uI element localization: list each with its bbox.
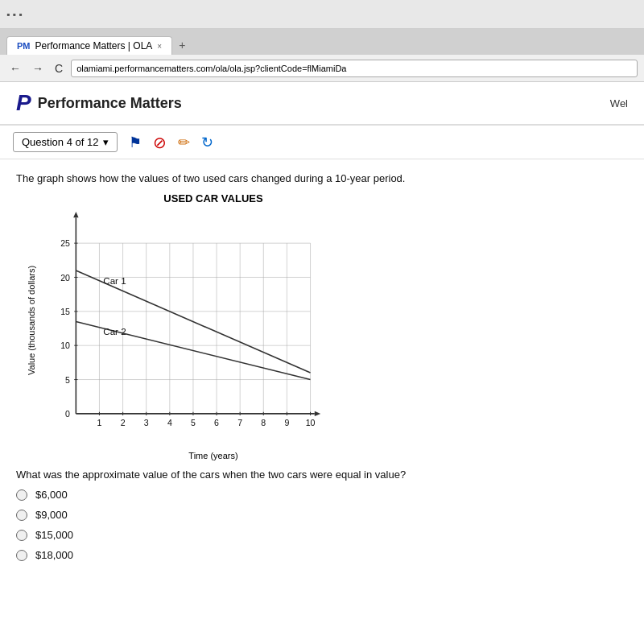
option-a-label: $6,000: [35, 489, 68, 501]
svg-text:8: 8: [261, 418, 266, 427]
svg-text:Car 1: Car 1: [103, 275, 126, 286]
tab-close-button[interactable]: ×: [157, 42, 162, 51]
svg-text:1: 1: [97, 418, 102, 427]
svg-text:2: 2: [121, 418, 126, 427]
tab-favicon: PM: [17, 41, 31, 51]
tab-bar: PM Performance Matters | OLA × +: [0, 29, 644, 55]
no-icon[interactable]: ⊘: [153, 133, 167, 152]
svg-text:7: 7: [237, 418, 242, 427]
svg-text:10: 10: [306, 418, 316, 427]
svg-marker-2: [315, 411, 320, 416]
logo-icon: P: [16, 90, 31, 116]
svg-text:6: 6: [214, 418, 219, 427]
svg-text:20: 20: [60, 273, 70, 283]
flag-icon[interactable]: ⚑: [129, 134, 142, 151]
welcome-text: Wel: [610, 97, 628, 109]
option-b[interactable]: $9,000: [16, 509, 628, 521]
chart-title: USED CAR VALUES: [64, 192, 362, 204]
svg-text:10: 10: [60, 341, 70, 350]
question-selector[interactable]: Question 4 of 12 ▾: [13, 132, 118, 152]
svg-text:25: 25: [60, 238, 70, 248]
option-a[interactable]: $6,000: [16, 489, 628, 501]
refresh-icon[interactable]: ↻: [201, 134, 213, 151]
logo-text: Performance Matters: [38, 95, 182, 112]
radio-a[interactable]: [16, 489, 27, 501]
svg-text:5: 5: [191, 418, 196, 427]
address-bar[interactable]: [71, 60, 638, 77]
dropdown-arrow: ▾: [103, 136, 109, 148]
pencil-icon[interactable]: ✏: [178, 134, 190, 151]
radio-d[interactable]: [16, 550, 27, 561]
option-b-label: $9,000: [35, 509, 68, 521]
main-content: The graph shows how the values of two us…: [0, 159, 644, 582]
svg-text:15: 15: [60, 307, 70, 316]
radio-b[interactable]: [16, 510, 27, 521]
option-c[interactable]: $15,000: [16, 529, 628, 541]
question-label: Question 4 of 12: [22, 136, 98, 148]
svg-text:5: 5: [65, 375, 70, 385]
chart-svg: 25 20 15 10 5 0 1 2 3 4: [42, 208, 332, 449]
reload-button[interactable]: C: [52, 60, 66, 76]
chart-container: USED CAR VALUES Value (thousands of doll…: [24, 192, 362, 460]
answer-options: $6,000 $9,000 $15,000 $18,000: [16, 489, 628, 561]
answer-prompt: What was the approximate value of the ca…: [16, 469, 628, 481]
new-tab-button[interactable]: +: [172, 35, 192, 55]
svg-text:4: 4: [167, 418, 172, 427]
question-toolbar: Question 4 of 12 ▾ ⚑ ⊘ ✏ ↻: [0, 126, 644, 159]
option-d[interactable]: $18,000: [16, 549, 628, 561]
app-header: P Performance Matters Wel: [0, 82, 644, 126]
logo-area: P Performance Matters: [16, 90, 182, 116]
nav-bar: ← → C: [0, 55, 644, 82]
active-tab[interactable]: PM Performance Matters | OLA ×: [6, 36, 172, 55]
svg-marker-3: [73, 212, 78, 217]
option-d-label: $18,000: [35, 549, 73, 561]
y-axis-label: Value (thousands of dollars): [24, 208, 39, 433]
forward-button[interactable]: →: [29, 60, 47, 76]
chart-inner: 25 20 15 10 5 0 1 2 3 4: [42, 208, 332, 449]
svg-text:Car 2: Car 2: [103, 326, 126, 336]
radio-c[interactable]: [16, 530, 27, 541]
x-axis-label: Time (years): [64, 451, 362, 460]
svg-text:3: 3: [144, 418, 149, 427]
question-text: The graph shows how the values of two us…: [16, 172, 628, 184]
svg-text:9: 9: [284, 418, 289, 427]
browser-chrome: ▪ ▪ ▪: [0, 0, 644, 29]
tab-label: Performance Matters | OLA: [35, 40, 153, 52]
svg-text:0: 0: [65, 409, 70, 419]
back-button[interactable]: ←: [6, 60, 24, 76]
chart-area: Value (thousands of dollars): [24, 208, 362, 449]
option-c-label: $15,000: [35, 529, 73, 541]
